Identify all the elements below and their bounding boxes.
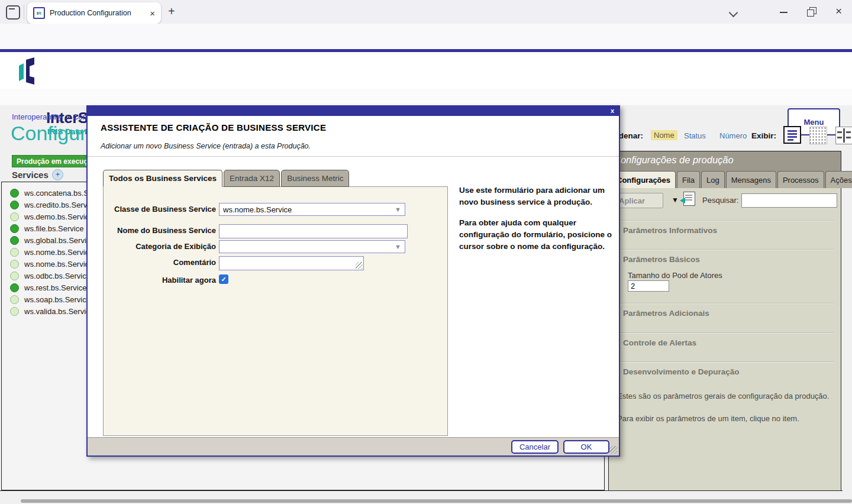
chevron-down-icon: ▼ — [395, 243, 401, 250]
content-bottom-border — [0, 490, 843, 491]
dialog-titlebar[interactable]: x — [88, 106, 619, 116]
sort-by-number[interactable]: Número — [719, 131, 747, 140]
search-label: Pesquisar: — [702, 196, 738, 205]
status-dot-icon — [10, 236, 19, 245]
tab-acoes[interactable]: Ações — [825, 171, 852, 188]
settings-note-1: Estes são os parâmetros gerais de config… — [617, 391, 837, 402]
enable-checkbox[interactable]: ✓ — [219, 274, 228, 284]
service-item[interactable]: ws.global.bs.Service — [10, 234, 95, 246]
screen: IR Production Configuration × + × ← → ↻ … — [0, 0, 852, 504]
service-item[interactable]: ws.odbc.bs.Service — [10, 270, 91, 282]
section-desenvolvimento-depuracao[interactable]: Desenvolvimento e Depuração — [623, 367, 740, 376]
divider — [615, 332, 834, 334]
divider — [615, 361, 834, 363]
status-dot-icon — [10, 260, 19, 269]
section-parametros-informativos[interactable]: Parâmetros Informativos — [623, 226, 717, 235]
status-dot-icon — [10, 307, 19, 316]
tab-title: Production Configuration — [50, 9, 146, 17]
search-input[interactable] — [741, 193, 837, 208]
tab-log[interactable]: Log — [701, 171, 725, 188]
settings-note-2: Para exibir os parâmetros de um item, cl… — [617, 413, 837, 425]
status-dot-icon — [10, 189, 19, 198]
window-close-button[interactable]: × — [835, 5, 842, 18]
scrollbar-thumb[interactable] — [21, 499, 852, 503]
service-item[interactable]: ws.soap.bs.Service — [10, 293, 91, 305]
dialog-resize-grip-icon[interactable] — [609, 446, 618, 454]
tab-configuracoes[interactable]: Configurações — [611, 171, 676, 188]
apply-dropdown-icon[interactable]: ▼ — [672, 196, 679, 204]
browser-tab[interactable]: IR Production Configuration × — [27, 2, 161, 24]
tab-fila[interactable]: Fila — [677, 171, 700, 188]
class-select[interactable]: ws.nome.bs.Service▼ — [219, 203, 405, 216]
enable-label: Habilitar agora — [104, 276, 216, 285]
view-split-icon[interactable] — [835, 127, 852, 144]
section-controle-de-alertas[interactable]: Controle de Alertas — [623, 338, 696, 347]
tab-todos-os-business-services[interactable]: Todos os Business Services — [103, 170, 222, 187]
divider — [88, 156, 619, 157]
horizontal-scrollbar[interactable] — [0, 499, 852, 504]
settings-panel-title: Configurações de produção — [614, 154, 734, 166]
browser-tab-strip: IR Production Configuration × + × — [0, 0, 852, 24]
name-input[interactable] — [219, 224, 408, 238]
service-item[interactable]: ws.valida.bs.Service — [10, 305, 94, 317]
view-list-icon[interactable] — [783, 126, 801, 144]
category-label: Categoria de Exibição — [104, 242, 216, 251]
dialog-close-icon[interactable]: x — [611, 107, 614, 114]
production-settings-panel: Configurações de produção Configurações … — [608, 151, 841, 491]
cancel-button[interactable]: Cancelar — [511, 440, 559, 454]
dialog-tabs: Todos os Business Services Entrada X12 B… — [103, 170, 350, 187]
section-parametros-basicos[interactable]: Parâmetros Básicos — [623, 255, 700, 264]
portal-header: InterSystems™ IRIS Data Platform Portal … — [0, 52, 852, 89]
dialog-footer: Cancelar OK — [88, 437, 619, 455]
pool-size-input[interactable] — [628, 280, 669, 292]
new-tab-button[interactable]: + — [168, 5, 175, 18]
view-label: Exibir: — [751, 131, 776, 140]
sort-by-name[interactable]: Nome — [651, 130, 677, 140]
help-paragraph-1: Use este formulário para adicionar um no… — [459, 185, 618, 209]
breadcrumb-interoperability[interactable]: Interoperability — [12, 112, 62, 121]
tab-entrada-x12[interactable]: Entrada X12 — [224, 170, 280, 187]
sort-by-status[interactable]: Status — [684, 131, 706, 140]
service-item[interactable]: ws.demo.bs.Service — [10, 211, 93, 222]
name-label: Nome do Business Service — [104, 226, 216, 235]
tab-close-icon[interactable]: × — [150, 8, 155, 18]
tab-processos[interactable]: Processos — [777, 171, 824, 188]
help-paragraph-2: Para obter ajuda com qualquer configuraç… — [459, 217, 618, 253]
service-item[interactable]: ws.nome.bs.Service — [10, 258, 93, 270]
window-minimize-button[interactable] — [780, 12, 788, 13]
service-item[interactable]: ws.rest.bs.Service — [10, 282, 86, 293]
service-item[interactable]: ws.file.bs.Service — [10, 222, 83, 234]
status-dot-icon — [10, 201, 19, 209]
tab-business-metric[interactable]: Business Metric — [281, 170, 349, 187]
status-dot-icon — [10, 272, 19, 280]
intersystems-logo-icon — [18, 57, 43, 85]
dialog-subtitle: Adicionar um novo Business Service (entr… — [101, 142, 311, 150]
divider — [615, 220, 834, 221]
divider — [24, 5, 24, 19]
service-item[interactable]: ws.nome.bs.Service — [10, 246, 93, 258]
status-dot-icon — [10, 212, 19, 221]
tab-mensagens[interactable]: Mensagens — [726, 171, 776, 188]
services-header: Services — [12, 170, 49, 180]
export-report-icon[interactable] — [683, 192, 695, 206]
dialog-title: ASSISTENTE DE CRIAÇÃO DE BUSINESS SERVIC… — [101, 122, 326, 133]
ok-button[interactable]: OK — [563, 440, 609, 454]
resize-grip-icon[interactable] — [356, 262, 363, 269]
category-select[interactable]: ▼ — [219, 240, 405, 253]
comment-textarea[interactable] — [219, 256, 364, 270]
status-dot-icon — [10, 248, 19, 257]
window-restore-button[interactable] — [807, 7, 816, 17]
status-dot-icon — [10, 224, 19, 233]
firefox-view-icon[interactable] — [6, 5, 20, 20]
add-service-icon[interactable]: + — [52, 169, 63, 180]
chevron-down-icon: ▼ — [395, 206, 401, 213]
view-grid-icon[interactable] — [809, 127, 827, 144]
list-tabs-chevron-icon[interactable] — [729, 8, 738, 18]
section-parametros-adicionais[interactable]: Parâmetros Adicionais — [623, 309, 709, 318]
status-dot-icon — [10, 283, 19, 292]
service-item[interactable]: ws.credito.bs.Service — [10, 199, 97, 211]
apply-button[interactable]: Aplicar — [614, 193, 663, 208]
server-info-bar: ServidorDESKTOP-GB66FK3 NameSpaceINTEGRA… — [0, 89, 852, 105]
pool-size-label: Tamanho do Pool de Atores — [628, 271, 722, 280]
settings-panel-header: Configurações de produção Configurações … — [609, 151, 841, 188]
